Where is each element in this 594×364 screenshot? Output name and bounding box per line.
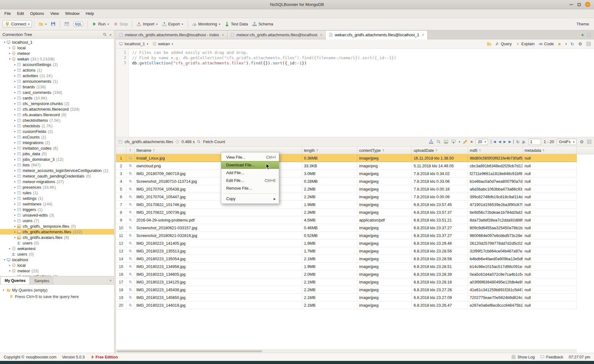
table-row[interactable]: 11Screenshot_20180621-032819.jpg0.52MBim… [116, 232, 577, 239]
document-tab[interactable]: meteor:cfs_gridfs.attachments.files@loca… [227, 30, 326, 39]
context-menu-item-edit-file[interactable]: Edit File...Ctrl+E [221, 177, 279, 184]
expander-icon[interactable]: ▸ [13, 119, 17, 122]
table-row[interactable]: 3IMG_20180709_080719.jpg3.0MBimage/jpeg7… [116, 170, 577, 178]
column-header-uploadDate[interactable]: uploadDate▲▼ [412, 147, 468, 154]
table-row[interactable]: 1Install_Linux.jpg0.38MBimage/jpeg16.11.… [116, 154, 577, 162]
cell-preview[interactable] [126, 278, 134, 286]
close-icon[interactable]: × [585, 2, 590, 7]
prev-page-button[interactable]: ◀ [498, 140, 500, 144]
export-image-icon[interactable] [444, 139, 448, 144]
save-button[interactable] [49, 20, 58, 28]
tree-item-swimlanes[interactable]: ▸swimlanes(144) [0, 201, 114, 207]
expander-icon[interactable]: ▸ [13, 141, 17, 144]
expander-icon[interactable]: ▸ [13, 86, 17, 88]
refresh-icon[interactable]: ↻ [570, 42, 574, 46]
tree-item-lists[interactable]: ▸lists(947) [0, 162, 114, 168]
tree-item-meteor_accounts_loginServiceConfiguration[interactable]: ▸meteor_accounts_loginServiceConfigurati… [0, 168, 114, 173]
side-tab-my-queries[interactable]: My Queries [1, 276, 29, 284]
expander-icon[interactable]: ▸ [8, 52, 12, 55]
cell-preview[interactable] [126, 239, 134, 247]
cell-preview[interactable] [126, 224, 134, 231]
page-number-input[interactable] [529, 139, 541, 145]
tree-item-meteor[interactable]: ▾meteor(23) [0, 268, 114, 274]
schema-button[interactable]: Schema [250, 20, 275, 28]
query-button[interactable]: Query [495, 42, 512, 46]
cell-preview[interactable] [126, 216, 134, 224]
expander-icon[interactable]: ▸ [13, 225, 17, 228]
fetch-count-button[interactable]: Fetch Count [203, 139, 225, 144]
expander-icon[interactable]: ▸ [13, 97, 17, 99]
tree-item-jobs_dominator_3[interactable]: ▸jobs_dominator_3(12) [0, 156, 114, 162]
tree-item-cfs._tempstore.chunks[interactable]: ▸cfs._tempstore.chunks(2) [0, 101, 114, 106]
menu-edit[interactable]: Edit [14, 9, 27, 18]
tree-item-localhost_1[interactable]: ▾localhost_1 [0, 39, 114, 45]
tree-item-triggers[interactable]: ▸triggers(1) [0, 207, 114, 212]
tree-item-card_comments[interactable]: ▸card_comments(194) [0, 90, 114, 95]
cell-preview[interactable] [126, 170, 134, 177]
favorite-star-icon[interactable]: ★ [557, 42, 561, 46]
free-edition-badge[interactable]: Free Edition [90, 355, 118, 359]
cell-preview[interactable] [126, 255, 134, 262]
tree-item-rules[interactable]: ▸rules(1) [0, 190, 114, 195]
expand-panel-icon[interactable]: » [109, 278, 112, 283]
table-row[interactable]: 2owncloud.png33.3KBimage/png5.11.2018 kl… [116, 162, 577, 170]
cell-preview[interactable] [126, 270, 134, 278]
insert-document-icon[interactable] [451, 139, 456, 144]
first-page-button[interactable]: ▏◀ [491, 140, 495, 144]
connect-button[interactable]: Connect▾ [2, 20, 32, 28]
menu-options[interactable]: Options [27, 9, 47, 18]
column-header-metadata[interactable]: metadata▲▼ [523, 147, 577, 154]
tree-item-invitation_codes[interactable]: ▸invitation_codes(6) [0, 145, 114, 151]
gear-icon[interactable] [578, 42, 583, 46]
expander-icon[interactable]: ▸ [13, 74, 17, 77]
expander-icon[interactable]: ▸ [13, 102, 17, 105]
results-settings-icon[interactable] [579, 139, 584, 144]
tree-item-accountSettings[interactable]: ▸accountSettings(2) [0, 274, 114, 276]
header-icon-column[interactable]: ▲▼ [126, 147, 134, 154]
test-data-button[interactable]: Test Data [222, 20, 250, 28]
expander-icon[interactable]: ▸ [13, 169, 17, 172]
cell-preview[interactable] [126, 162, 134, 169]
document-tab[interactable]: wekan:cfs_gridfs.attachments.files@local… [326, 30, 428, 39]
stop-button[interactable]: Stop [111, 20, 130, 28]
page-size-select[interactable]: 20 ▾ [476, 139, 488, 145]
menu-view[interactable]: View [47, 9, 62, 18]
table-row[interactable]: 6IMG_20170704_105447.jpg2.2MBimage/jpeg7… [116, 193, 577, 201]
table-view-button[interactable] [62, 20, 71, 28]
close-tab-icon[interactable]: × [422, 33, 424, 37]
column-header-contentType[interactable]: contentType▲▼ [357, 147, 412, 154]
cell-preview[interactable] [126, 178, 134, 185]
explain-button[interactable]: Explain [516, 42, 535, 46]
context-menu-item-view-file[interactable]: View File...Ctrl+I [221, 153, 279, 161]
expander-icon[interactable]: ▸ [13, 236, 17, 239]
close-tab-icon[interactable]: × [320, 33, 322, 37]
expander-icon[interactable]: ▸ [13, 91, 17, 94]
table-row[interactable]: 92016-04-29-solving-problems.pdf4.5MBapp… [116, 216, 577, 224]
expander-icon[interactable]: ▸ [13, 152, 17, 155]
insert-caret-icon[interactable]: ▾ [459, 140, 460, 143]
expander-icon[interactable]: ▸ [13, 180, 17, 183]
expander-icon[interactable]: ▸ [13, 130, 17, 133]
table-row[interactable]: 18IMG_20180223_145438.jpg2.2MBimage/jpeg… [116, 286, 577, 294]
expander-icon[interactable]: ▸ [13, 108, 17, 111]
expander-icon[interactable]: ▸ [13, 147, 17, 150]
run-button[interactable]: Run▾ [90, 20, 111, 28]
tree-item-meteor_oauth_pendingCredentials[interactable]: ▸meteor_oauth_pendingCredentials(0) [0, 173, 114, 179]
cell-preview[interactable] [126, 247, 134, 255]
breadcrumb-item-wekan[interactable]: wekan▾ [152, 42, 173, 46]
table-row[interactable]: 15IMG_20180223_134958.jpg1.9MBimage/jpeg… [116, 263, 577, 270]
expander-icon[interactable]: ▸ [8, 247, 12, 250]
cell-preview[interactable] [126, 286, 134, 293]
expander-icon[interactable]: ▾ [2, 41, 7, 44]
tree-item-meteor[interactable]: ▸meteor [0, 50, 114, 56]
tree-item-users[interactable]: users(0) [0, 251, 114, 257]
table-row[interactable]: 10Screenshot_20180621-033157.jpg0.46MBim… [116, 224, 577, 232]
tree-item-boards[interactable]: ▸boards(138) [0, 84, 114, 90]
expander-icon[interactable]: ▾ [8, 270, 12, 272]
menu-file[interactable]: File [1, 9, 14, 18]
sitemap-icon[interactable] [429, 139, 433, 144]
close-tab-icon[interactable]: × [222, 33, 224, 37]
tree-item-esCounts[interactable]: ▸esCounts(1) [0, 134, 114, 140]
tree-item-jobs_data[interactable]: ▸jobs_data(0) [0, 151, 114, 156]
import-button[interactable]: Import▾ [134, 20, 160, 28]
